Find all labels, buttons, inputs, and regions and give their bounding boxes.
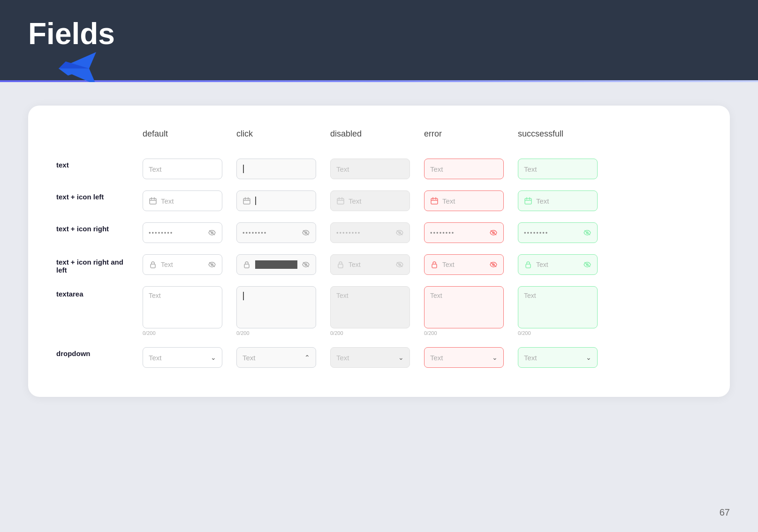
- row-label-text-icon-left: text + icon left: [56, 185, 141, 208]
- fields-card: default click disabled error succsessful…: [28, 106, 730, 397]
- text-icoleft-error-value: Text: [442, 197, 455, 205]
- field-cell-icoboth-success: Text: [516, 249, 610, 281]
- text-icoboth-input-default[interactable]: Text: [143, 254, 222, 275]
- text-icoleft-input-default[interactable]: Text: [143, 190, 222, 211]
- dropdown-success-value: Text: [524, 354, 537, 362]
- text-icoleft-input-click[interactable]: [236, 190, 316, 211]
- dropdown-error[interactable]: Text ⌄: [424, 347, 504, 368]
- textarea-error[interactable]: Text: [424, 286, 504, 328]
- field-cell-icoboth-disabled: Text: [328, 249, 422, 281]
- field-cell-icoboth-click: [235, 249, 328, 281]
- text-icoright-input-click[interactable]: ••••••••: [236, 222, 316, 243]
- field-cell-dropdown-error: Text ⌄: [422, 342, 516, 373]
- col-header-click: click: [235, 129, 328, 153]
- field-cell-icoright-click: ••••••••: [235, 217, 328, 249]
- text-icoboth-success-value: Text: [536, 261, 579, 268]
- text-icoboth-input-error[interactable]: Text: [424, 254, 504, 275]
- text-input-success-value: Text: [524, 165, 537, 173]
- col-header-disabled: disabled: [328, 129, 422, 153]
- eye-off-icon-both-error: [489, 260, 498, 269]
- airplane-icon: [54, 47, 101, 82]
- field-cell-dropdown-default: Text ⌄: [141, 342, 235, 373]
- field-cell-icoleft-click: [235, 185, 328, 217]
- header: Fields: [0, 0, 758, 82]
- field-cell-icoleft-disabled: Text: [328, 185, 422, 217]
- field-cell-icoright-disabled: ••••••••: [328, 217, 422, 249]
- lock-icon-success: [524, 260, 532, 269]
- row-label-text-icon-right: text + icon right: [56, 217, 141, 240]
- lock-icon-error: [430, 260, 439, 269]
- cursor-bar-textarea: [243, 292, 244, 300]
- dropdown-click-value: Text: [243, 354, 256, 362]
- textarea-disabled: Text: [330, 286, 410, 328]
- field-cell-dropdown-disabled: Text ⌄: [328, 342, 422, 373]
- eye-off-icon-both-success: [583, 260, 591, 269]
- svg-rect-42: [526, 264, 531, 268]
- field-cell-text-error: Text: [422, 153, 516, 185]
- field-cell-text-click: [235, 153, 328, 185]
- svg-rect-36: [338, 264, 343, 268]
- lock-icon-click: [243, 260, 251, 269]
- text-input-error[interactable]: Text: [424, 159, 504, 179]
- textarea-success[interactable]: Text: [518, 286, 598, 328]
- textarea-error-value: Text: [430, 292, 442, 299]
- text-icoright-input-default[interactable]: ••••••••: [143, 222, 222, 243]
- dropdown-disabled-value: Text: [336, 354, 349, 362]
- field-cell-textarea-disabled: Text 0/200: [328, 281, 422, 342]
- text-input-default-value: Text: [149, 165, 162, 173]
- calendar-icon-success: [524, 197, 532, 205]
- svg-rect-33: [244, 264, 249, 268]
- textarea-click[interactable]: [236, 286, 316, 328]
- text-icoright-input-success[interactable]: ••••••••: [518, 222, 598, 243]
- svg-rect-30: [151, 264, 155, 268]
- password-dots-default: ••••••••: [149, 229, 173, 236]
- eye-off-icon-success: [583, 228, 591, 237]
- dropdown-default[interactable]: Text ⌄: [143, 347, 222, 368]
- svg-rect-0: [150, 198, 156, 204]
- cursor-bar-icoleft: [255, 197, 256, 205]
- row-label-text: text: [56, 153, 141, 176]
- textarea-wrapper-success: Text 0/200: [518, 286, 605, 336]
- text-icoright-input-disabled: ••••••••: [330, 222, 410, 243]
- field-cell-icoright-error: ••••••••: [422, 217, 516, 249]
- text-input-click[interactable]: [236, 159, 316, 179]
- password-dots-error: ••••••••: [430, 229, 455, 236]
- eye-off-icon-both-default: [208, 260, 216, 269]
- dropdown-disabled: Text ⌄: [330, 347, 410, 368]
- chevron-down-icon-error: ⌄: [492, 354, 498, 361]
- col-header-error: error: [422, 129, 516, 153]
- text-icoleft-disabled-value: Text: [349, 197, 362, 205]
- text-input-disabled-value: Text: [336, 165, 349, 173]
- dropdown-click[interactable]: Text ⌃: [236, 347, 316, 368]
- field-cell-icoright-success: ••••••••: [516, 217, 610, 249]
- calendar-icon-disabled: [336, 197, 345, 205]
- page-number: 67: [720, 507, 730, 518]
- text-icoright-input-error[interactable]: ••••••••: [424, 222, 504, 243]
- col-header-label: [56, 129, 141, 143]
- text-icoboth-input-click[interactable]: [236, 254, 316, 275]
- svg-rect-4: [243, 198, 250, 204]
- dropdown-success[interactable]: Text ⌄: [518, 347, 598, 368]
- textarea-default[interactable]: Text: [143, 286, 222, 328]
- calendar-icon-click: [243, 197, 251, 205]
- text-icoleft-input-error[interactable]: Text: [424, 190, 504, 211]
- text-icoleft-input-success[interactable]: Text: [518, 190, 598, 211]
- eye-off-icon-both-click: [302, 260, 310, 269]
- field-cell-text-disabled: Text: [328, 153, 422, 185]
- row-label-textarea: textarea: [56, 281, 141, 304]
- eye-off-icon-disabled: [395, 228, 404, 237]
- text-icoboth-input-disabled: Text: [330, 254, 410, 275]
- text-icoleft-input-disabled: Text: [330, 190, 410, 211]
- svg-rect-16: [525, 198, 531, 204]
- text-icoboth-input-success[interactable]: Text: [518, 254, 598, 275]
- password-dots-success: ••••••••: [524, 229, 548, 236]
- text-input-success[interactable]: Text: [518, 159, 598, 179]
- char-count-disabled: 0/200: [330, 330, 417, 336]
- field-cell-dropdown-success: Text ⌄: [516, 342, 610, 373]
- svg-rect-8: [337, 198, 344, 204]
- text-input-default[interactable]: Text: [143, 159, 222, 179]
- chevron-down-icon-disabled: ⌄: [398, 354, 404, 361]
- textarea-wrapper-error: Text 0/200: [424, 286, 511, 336]
- svg-rect-12: [431, 198, 438, 204]
- field-cell-icoboth-default: Text: [141, 249, 235, 281]
